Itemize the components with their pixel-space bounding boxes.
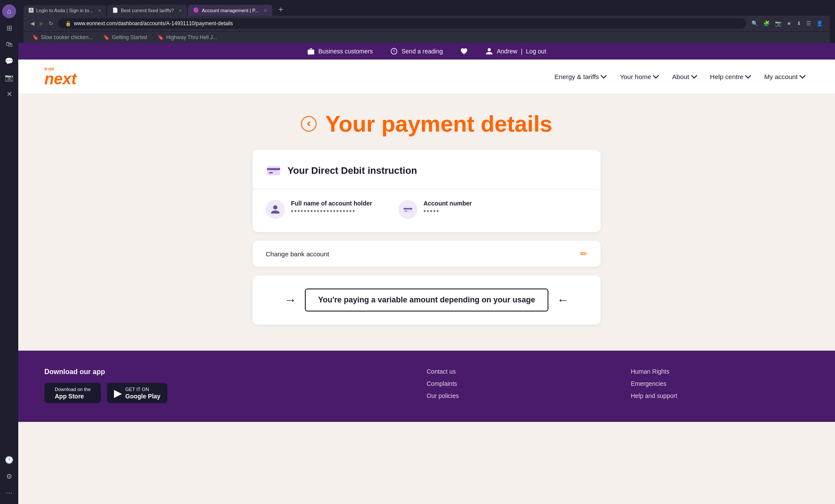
menu-icon[interactable]: ☰ (806, 20, 811, 27)
footer-help-support[interactable]: Help and support (631, 392, 809, 399)
svg-rect-2 (269, 172, 273, 173)
nav-refresh[interactable]: ↻ (49, 20, 53, 27)
google-play-icon: ▶ (114, 387, 122, 399)
address-bar: ◀ ▶ ↻ 🔒 www.eonnext.com/dashboard/accoun… (23, 16, 830, 31)
tab-asda-close[interactable]: × (98, 8, 101, 13)
nav-forward[interactable]: ▶ (40, 20, 43, 27)
back-button[interactable] (301, 116, 317, 132)
screenshot-icon[interactable]: 📷 (775, 20, 782, 27)
tabs-row: 🅰 Login to Asda | Sign in to... × 📄 Best… (23, 3, 830, 16)
top-bar: Business customers Send a reading Andrew… (18, 43, 835, 60)
variable-amount-box: You're paying a variable amount dependin… (305, 288, 548, 312)
sidebar-icon-twitter[interactable]: ✕ (2, 87, 16, 101)
send-reading-label: Send a reading (401, 48, 443, 55)
sidebar-icon-instagram[interactable]: 📷 (2, 70, 16, 84)
business-customers-link[interactable]: Business customers (307, 47, 373, 55)
new-tab-button[interactable]: + (275, 3, 287, 16)
bookmark-highway[interactable]: 🔖 Highway Thru Hell J... (156, 33, 219, 41)
google-play-name: Google Play (125, 393, 160, 400)
url-box[interactable]: 🔒 www.eonnext.com/dashboard/accounts/A-1… (58, 18, 746, 29)
app-store-sub-label: Download on the (55, 386, 91, 393)
bookmark-icon: 🔖 (32, 34, 39, 40)
tab-account[interactable]: 🟣 Account management | P... × (188, 5, 272, 16)
heart-icon-link[interactable] (460, 47, 468, 55)
tab-tariffs[interactable]: 📄 Best current fixed tariffs? × (107, 5, 187, 16)
google-play-button[interactable]: ▶ GET IT ON Google Play (107, 383, 167, 403)
tab-tariffs-close[interactable]: × (179, 8, 182, 13)
nav-help-chevron (745, 73, 751, 79)
nav-about[interactable]: About (667, 70, 700, 84)
profile-icon[interactable]: 👤 (816, 20, 823, 27)
change-bank-label: Change bank account (266, 250, 329, 258)
sidebar-icon-apps[interactable]: ⊞ (2, 21, 16, 35)
meter-icon (390, 47, 398, 55)
card-title-row: Your Direct Debit instruction (266, 163, 588, 179)
bookmarks-bar: 🔖 Slow cooker chicken... 🔖 Getting Start… (23, 31, 830, 43)
footer-emergencies[interactable]: Emergencies (631, 380, 809, 387)
account-holder-details: Full name of account holder ************… (291, 200, 372, 216)
nav-energy-tariffs-label: Energy & tariffs (554, 73, 599, 80)
nav-back[interactable]: ◀ (30, 20, 34, 27)
bookmark-star-icon[interactable]: ★ (787, 20, 792, 27)
nav-about-chevron (691, 73, 697, 79)
send-reading-link[interactable]: Send a reading (390, 47, 443, 55)
card-title: Your Direct Debit instruction (287, 165, 417, 176)
account-number-item: Account number ***** (398, 200, 472, 219)
account-holder-icon (266, 200, 285, 219)
footer-human-rights[interactable]: Human Rights (631, 368, 809, 375)
footer-complaints[interactable]: Complaints (427, 380, 605, 387)
url-text: www.eonnext.com/dashboard/accounts/A-149… (74, 20, 233, 27)
nav-help-centre-label: Help centre (710, 73, 744, 80)
account-details: Full name of account holder ************… (266, 200, 588, 219)
nav-your-home[interactable]: Your home (615, 70, 662, 84)
tab-account-close[interactable]: × (264, 8, 267, 13)
bookmark-icon-3: 🔖 (157, 34, 164, 40)
account-holder-item: Full name of account holder ************… (266, 200, 372, 219)
sidebar-icon-shop[interactable]: 🛍 (2, 37, 16, 51)
nav-help-centre[interactable]: Help centre (705, 70, 755, 84)
footer-contact-us[interactable]: Contact us (427, 368, 605, 375)
topbar-separator: | (521, 48, 523, 55)
account-holder-value: ******************** (291, 209, 372, 216)
search-icon[interactable]: 🔍 (752, 20, 758, 27)
footer-links-col1: Contact us Complaints Our policies (427, 368, 605, 405)
svg-rect-0 (267, 166, 280, 176)
user-name: Andrew (497, 48, 517, 55)
nav-your-home-label: Your home (620, 73, 651, 80)
nav-account-chevron (799, 73, 805, 79)
variable-amount-text: You're paying a variable amount dependin… (318, 295, 535, 304)
arrow-left-icon: → (284, 293, 296, 307)
tab-asda-label: Login to Asda | Sign in to... (36, 8, 93, 13)
lock-icon: 🔒 (65, 21, 71, 27)
app-store-button[interactable]: Download on the App Store (44, 383, 101, 403)
change-bank-card[interactable]: Change bank account ✏ (253, 241, 601, 267)
user-icon (485, 47, 493, 55)
briefcase-icon (307, 47, 315, 55)
sidebar-icon-home[interactable]: ⌂ (2, 4, 16, 18)
sidebar-icon-messenger[interactable]: 💬 (2, 54, 16, 68)
svg-rect-1 (267, 168, 280, 170)
extensions-icon[interactable]: 🧩 (763, 20, 770, 27)
bookmark-highway-label: Highway Thru Hell J... (166, 34, 217, 40)
user-nav-link[interactable]: Andrew | Log out (485, 47, 546, 55)
footer-our-policies[interactable]: Our policies (427, 392, 605, 399)
variable-amount-card: → You're paying a variable amount depend… (253, 275, 601, 325)
direct-debit-icon (266, 163, 281, 179)
footer-app-title: Download our app (44, 368, 401, 376)
nav-home-chevron (653, 73, 659, 79)
nav-bar: e·on next Energy & tariffs Your home Abo… (18, 60, 835, 93)
logout-label[interactable]: Log out (526, 48, 546, 55)
account-number-value: ***** (424, 209, 472, 216)
bookmark-getting-started[interactable]: 🔖 Getting Started (101, 33, 149, 41)
download-icon[interactable]: ⬇ (797, 20, 801, 27)
nav-my-account[interactable]: My account (759, 70, 809, 84)
browser-chrome: 🅰 Login to Asda | Sign in to... × 📄 Best… (18, 0, 835, 43)
footer-links-col2: Human Rights Emergencies Help and suppor… (631, 368, 809, 405)
bookmark-slow-cooker[interactable]: 🔖 Slow cooker chicken... (30, 33, 94, 41)
nav-energy-tariffs[interactable]: Energy & tariffs (549, 70, 610, 84)
logo[interactable]: e·on next (44, 66, 77, 87)
tab-asda[interactable]: 🅰 Login to Asda | Sign in to... × (23, 5, 106, 16)
footer-app-section: Download our app Download on the App Sto… (44, 368, 401, 405)
account-number-label: Account number (424, 200, 472, 207)
svg-rect-5 (405, 211, 407, 212)
